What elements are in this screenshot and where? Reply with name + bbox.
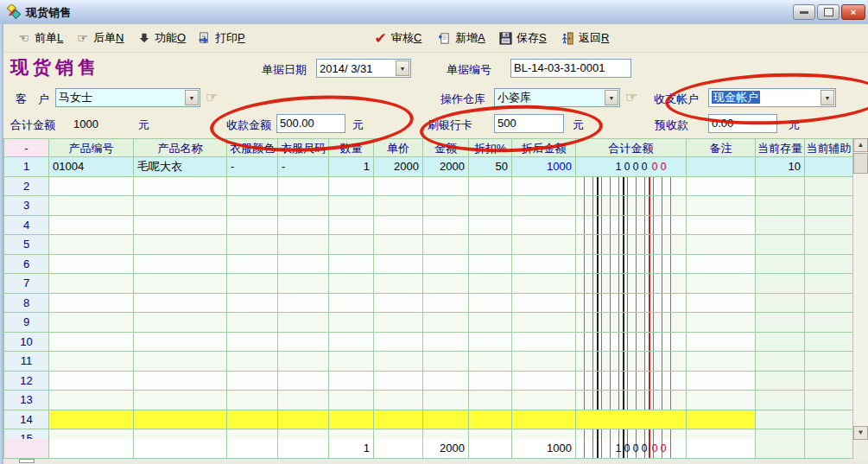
cell-grid[interactable]	[576, 429, 687, 439]
cell-note[interactable]	[687, 372, 756, 391]
cell-aux[interactable]	[805, 235, 853, 255]
cell-discounted[interactable]	[512, 196, 576, 216]
cell-color[interactable]	[227, 429, 278, 439]
cell-discount[interactable]	[469, 255, 512, 275]
cell-code[interactable]	[49, 274, 134, 294]
cell-amount[interactable]	[423, 294, 469, 314]
prev-doc-button[interactable]: ☜ 前单L	[14, 29, 66, 48]
cell-stock[interactable]	[756, 235, 805, 255]
chevron-down-icon[interactable]: ▼	[185, 90, 199, 105]
cell-code[interactable]	[49, 294, 134, 314]
horizontal-scroll-thumb[interactable]	[19, 459, 35, 463]
cell-aux[interactable]	[805, 352, 853, 372]
functions-button[interactable]: 功能O	[134, 29, 188, 48]
cell-discount[interactable]	[469, 372, 512, 391]
cell-name[interactable]	[134, 313, 227, 333]
cell-note[interactable]	[687, 439, 756, 459]
cell-code[interactable]	[49, 313, 134, 333]
cell-color[interactable]	[227, 333, 278, 353]
cell-size[interactable]	[278, 235, 329, 255]
cell-discounted[interactable]	[512, 372, 576, 391]
cell-amount[interactable]	[423, 429, 469, 439]
cell-num[interactable]: 11	[3, 352, 49, 372]
cell-num[interactable]: 6	[3, 255, 49, 275]
cell-discount[interactable]: 50	[469, 157, 512, 177]
chevron-down-icon[interactable]: ▼	[396, 60, 409, 76]
cell-size[interactable]	[278, 294, 329, 314]
cell-aux[interactable]	[805, 294, 853, 314]
cell-price[interactable]	[374, 274, 423, 294]
cell-discounted[interactable]	[512, 216, 576, 236]
cell-num[interactable]: 5	[3, 235, 49, 255]
cell-name[interactable]	[134, 391, 227, 410]
back-button[interactable]: 返回R	[558, 29, 611, 48]
cell-num[interactable]: 13	[3, 391, 49, 410]
cell-color[interactable]	[227, 235, 278, 255]
cell-aux[interactable]	[805, 333, 853, 353]
cell-name[interactable]	[134, 333, 227, 353]
cell-price[interactable]	[374, 216, 423, 236]
cell-size[interactable]	[278, 274, 329, 294]
cell-grid[interactable]: 100000	[576, 157, 687, 177]
cell-amount[interactable]	[423, 391, 469, 410]
cell-discount[interactable]	[469, 352, 512, 372]
cell-discount[interactable]	[469, 410, 512, 430]
cell-price[interactable]: 2000	[374, 157, 423, 177]
cell-num[interactable]: 2	[3, 177, 49, 197]
cell-grid[interactable]	[576, 274, 687, 294]
cell-code[interactable]	[49, 177, 134, 197]
cell-note[interactable]	[687, 235, 756, 255]
cell-qty[interactable]	[329, 216, 374, 236]
cell-stock[interactable]	[756, 439, 805, 459]
cell-color[interactable]	[227, 372, 278, 391]
bank-card-input[interactable]: 500	[494, 114, 564, 133]
horizontal-scrollbar[interactable]	[3, 459, 868, 464]
cell-discount[interactable]	[469, 196, 512, 216]
cell-size[interactable]	[278, 255, 329, 275]
cell-note[interactable]	[687, 196, 756, 216]
cell-note[interactable]	[687, 410, 756, 430]
cell-price[interactable]	[374, 439, 423, 459]
cell-stock[interactable]	[756, 274, 805, 294]
cell-discount[interactable]	[469, 313, 512, 333]
cell-grid[interactable]	[576, 333, 687, 353]
cell-name[interactable]: 毛呢大衣	[134, 157, 227, 177]
chevron-down-icon[interactable]: ▼	[605, 90, 618, 105]
cell-amount[interactable]	[423, 372, 469, 391]
cell-qty[interactable]	[329, 313, 374, 333]
cell-color[interactable]	[227, 255, 278, 275]
cell-name[interactable]	[134, 294, 227, 314]
cell-color[interactable]	[227, 313, 278, 333]
cell-stock[interactable]	[756, 333, 805, 353]
cell-name[interactable]	[134, 439, 227, 459]
cell-amount[interactable]	[423, 410, 469, 430]
cell-price[interactable]	[374, 196, 423, 216]
cell-qty[interactable]	[329, 235, 374, 255]
cell-grid[interactable]	[576, 216, 687, 236]
cell-stock[interactable]	[756, 313, 805, 333]
cell-qty[interactable]	[329, 255, 374, 275]
cell-grid[interactable]	[576, 177, 687, 197]
cell-num[interactable]: 15	[3, 429, 49, 439]
cell-discount[interactable]	[469, 429, 512, 439]
cell-grid[interactable]: 100000	[576, 439, 687, 459]
cell-discounted[interactable]	[512, 333, 576, 353]
cell-price[interactable]	[374, 294, 423, 314]
cell-aux[interactable]	[805, 313, 853, 333]
cell-num[interactable]: 14	[3, 410, 49, 430]
cell-num[interactable]: 10	[3, 333, 49, 353]
cell-qty[interactable]	[329, 294, 374, 314]
cell-discount[interactable]	[469, 439, 512, 459]
cell-amount[interactable]	[423, 235, 469, 255]
cell-stock[interactable]: 10	[756, 157, 805, 177]
cell-discounted[interactable]	[512, 274, 576, 294]
cell-name[interactable]	[134, 274, 227, 294]
doc-date-combobox[interactable]: 2014/ 3/31 ▼	[316, 59, 411, 78]
cell-discount[interactable]	[469, 391, 512, 410]
cell-aux[interactable]	[805, 177, 853, 197]
print-button[interactable]: 打印P	[194, 29, 248, 48]
cell-amount[interactable]	[423, 177, 469, 197]
cell-color[interactable]: -	[227, 157, 278, 177]
cell-size[interactable]	[278, 372, 329, 391]
cell-name[interactable]	[134, 372, 227, 391]
